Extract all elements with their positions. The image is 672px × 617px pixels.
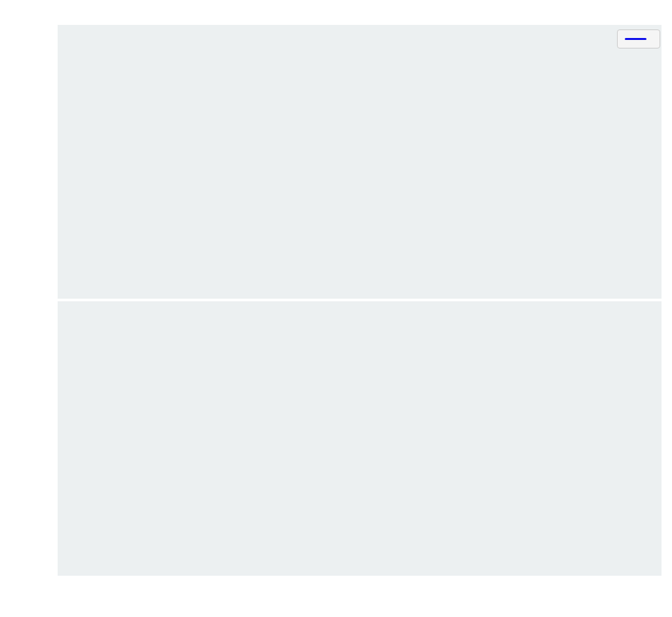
bottom-plot — [58, 301, 662, 576]
top-plot — [58, 25, 662, 299]
legend-line-sample — [625, 38, 646, 40]
bottom-y-axis — [0, 301, 52, 576]
legend — [617, 29, 660, 48]
top-y-axis — [0, 25, 52, 299]
x-axis — [58, 579, 662, 592]
figure-root — [0, 0, 672, 617]
